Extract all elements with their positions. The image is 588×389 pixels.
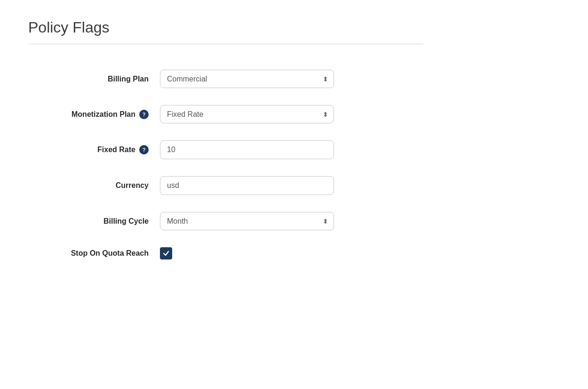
monetization-plan-select[interactable]: Fixed Rate Variable Rate Free: [160, 105, 334, 123]
policy-flags-form: Billing Plan Commercial Personal Enterpr…: [28, 61, 423, 268]
billing-cycle-control: Month Year Week Day ⬍: [160, 212, 334, 230]
page-title: Policy Flags: [28, 19, 423, 36]
fixed-rate-input[interactable]: [160, 140, 334, 159]
currency-control: [160, 176, 334, 195]
monetization-plan-select-wrapper: Fixed Rate Variable Rate Free ⬍: [160, 105, 334, 123]
billing-plan-control: Commercial Personal Enterprise ⬍: [160, 70, 334, 88]
billing-cycle-select[interactable]: Month Year Week Day: [160, 212, 334, 230]
monetization-plan-label: Monetization Plan ?: [28, 110, 160, 119]
stop-on-quota-checkbox-wrapper: [160, 247, 334, 259]
billing-plan-label: Billing Plan: [28, 75, 160, 83]
billing-plan-select-wrapper: Commercial Personal Enterprise ⬍: [160, 70, 334, 88]
fixed-rate-control: [160, 140, 334, 159]
monetization-plan-row: Monetization Plan ? Fixed Rate Variable …: [28, 97, 423, 132]
billing-cycle-label: Billing Cycle: [28, 217, 160, 226]
section-divider: [28, 44, 423, 44]
stop-on-quota-checkbox[interactable]: [160, 247, 172, 259]
fixed-rate-help-icon[interactable]: ?: [139, 145, 149, 154]
fixed-rate-label: Fixed Rate ?: [28, 145, 160, 154]
checkmark-icon: [163, 250, 169, 257]
billing-plan-row: Billing Plan Commercial Personal Enterpr…: [28, 61, 423, 97]
currency-input[interactable]: [160, 176, 334, 195]
currency-row: Currency: [28, 168, 423, 203]
billing-cycle-select-wrapper: Month Year Week Day ⬍: [160, 212, 334, 230]
stop-on-quota-label: Stop On Quota Reach: [28, 249, 160, 258]
stop-on-quota-row: Stop On Quota Reach: [28, 239, 423, 268]
page-container: Policy Flags Billing Plan Commercial Per…: [0, 0, 452, 287]
monetization-plan-help-icon[interactable]: ?: [139, 110, 149, 119]
fixed-rate-row: Fixed Rate ?: [28, 132, 423, 168]
stop-on-quota-control: [160, 247, 334, 259]
billing-plan-select[interactable]: Commercial Personal Enterprise: [160, 70, 334, 88]
currency-label: Currency: [28, 181, 160, 190]
billing-cycle-row: Billing Cycle Month Year Week Day ⬍: [28, 203, 423, 239]
monetization-plan-control: Fixed Rate Variable Rate Free ⬍: [160, 105, 334, 123]
